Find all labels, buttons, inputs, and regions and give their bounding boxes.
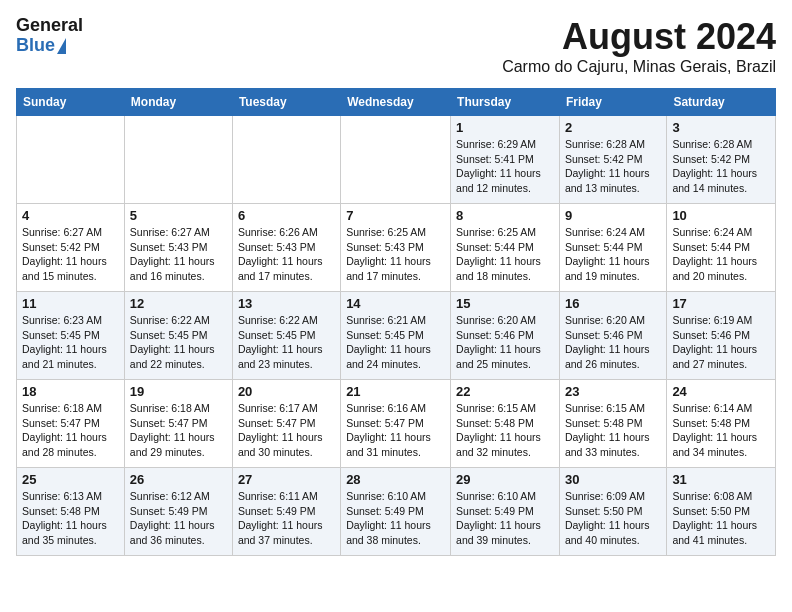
- day-info: Sunrise: 6:11 AM Sunset: 5:49 PM Dayligh…: [238, 489, 335, 548]
- day-info: Sunrise: 6:15 AM Sunset: 5:48 PM Dayligh…: [456, 401, 554, 460]
- calendar-cell: 30Sunrise: 6:09 AM Sunset: 5:50 PM Dayli…: [559, 468, 666, 556]
- day-number: 19: [130, 384, 227, 399]
- day-info: Sunrise: 6:18 AM Sunset: 5:47 PM Dayligh…: [22, 401, 119, 460]
- logo: General Blue: [16, 16, 83, 56]
- calendar-cell: 18Sunrise: 6:18 AM Sunset: 5:47 PM Dayli…: [17, 380, 125, 468]
- day-number: 10: [672, 208, 770, 223]
- calendar-cell: 23Sunrise: 6:15 AM Sunset: 5:48 PM Dayli…: [559, 380, 666, 468]
- calendar-cell: 25Sunrise: 6:13 AM Sunset: 5:48 PM Dayli…: [17, 468, 125, 556]
- day-info: Sunrise: 6:22 AM Sunset: 5:45 PM Dayligh…: [238, 313, 335, 372]
- calendar-cell: 1Sunrise: 6:29 AM Sunset: 5:41 PM Daylig…: [451, 116, 560, 204]
- weekday-header-sunday: Sunday: [17, 89, 125, 116]
- page-header: General Blue August 2024 Carmo do Cajuru…: [16, 16, 776, 76]
- calendar-title: August 2024: [502, 16, 776, 58]
- calendar-cell: 2Sunrise: 6:28 AM Sunset: 5:42 PM Daylig…: [559, 116, 666, 204]
- logo-blue: Blue: [16, 36, 55, 56]
- calendar-cell: 6Sunrise: 6:26 AM Sunset: 5:43 PM Daylig…: [232, 204, 340, 292]
- day-number: 25: [22, 472, 119, 487]
- weekday-header-row: SundayMondayTuesdayWednesdayThursdayFrid…: [17, 89, 776, 116]
- calendar-week-row: 18Sunrise: 6:18 AM Sunset: 5:47 PM Dayli…: [17, 380, 776, 468]
- day-number: 3: [672, 120, 770, 135]
- day-info: Sunrise: 6:21 AM Sunset: 5:45 PM Dayligh…: [346, 313, 445, 372]
- day-info: Sunrise: 6:23 AM Sunset: 5:45 PM Dayligh…: [22, 313, 119, 372]
- day-info: Sunrise: 6:22 AM Sunset: 5:45 PM Dayligh…: [130, 313, 227, 372]
- calendar-cell: [341, 116, 451, 204]
- calendar-subtitle: Carmo do Cajuru, Minas Gerais, Brazil: [502, 58, 776, 76]
- day-number: 2: [565, 120, 661, 135]
- calendar-cell: 4Sunrise: 6:27 AM Sunset: 5:42 PM Daylig…: [17, 204, 125, 292]
- day-info: Sunrise: 6:15 AM Sunset: 5:48 PM Dayligh…: [565, 401, 661, 460]
- day-number: 29: [456, 472, 554, 487]
- day-info: Sunrise: 6:17 AM Sunset: 5:47 PM Dayligh…: [238, 401, 335, 460]
- day-info: Sunrise: 6:20 AM Sunset: 5:46 PM Dayligh…: [456, 313, 554, 372]
- calendar-cell: 21Sunrise: 6:16 AM Sunset: 5:47 PM Dayli…: [341, 380, 451, 468]
- day-number: 21: [346, 384, 445, 399]
- calendar-cell: 14Sunrise: 6:21 AM Sunset: 5:45 PM Dayli…: [341, 292, 451, 380]
- day-info: Sunrise: 6:14 AM Sunset: 5:48 PM Dayligh…: [672, 401, 770, 460]
- day-number: 31: [672, 472, 770, 487]
- day-info: Sunrise: 6:28 AM Sunset: 5:42 PM Dayligh…: [565, 137, 661, 196]
- day-info: Sunrise: 6:24 AM Sunset: 5:44 PM Dayligh…: [565, 225, 661, 284]
- calendar-cell: 22Sunrise: 6:15 AM Sunset: 5:48 PM Dayli…: [451, 380, 560, 468]
- day-number: 28: [346, 472, 445, 487]
- logo-general: General: [16, 16, 83, 36]
- day-info: Sunrise: 6:12 AM Sunset: 5:49 PM Dayligh…: [130, 489, 227, 548]
- day-number: 20: [238, 384, 335, 399]
- calendar-cell: 11Sunrise: 6:23 AM Sunset: 5:45 PM Dayli…: [17, 292, 125, 380]
- day-number: 26: [130, 472, 227, 487]
- day-info: Sunrise: 6:27 AM Sunset: 5:43 PM Dayligh…: [130, 225, 227, 284]
- day-number: 16: [565, 296, 661, 311]
- weekday-header-tuesday: Tuesday: [232, 89, 340, 116]
- day-number: 9: [565, 208, 661, 223]
- day-number: 1: [456, 120, 554, 135]
- day-info: Sunrise: 6:26 AM Sunset: 5:43 PM Dayligh…: [238, 225, 335, 284]
- calendar-cell: 9Sunrise: 6:24 AM Sunset: 5:44 PM Daylig…: [559, 204, 666, 292]
- calendar-cell: 17Sunrise: 6:19 AM Sunset: 5:46 PM Dayli…: [667, 292, 776, 380]
- calendar-table: SundayMondayTuesdayWednesdayThursdayFrid…: [16, 88, 776, 556]
- day-info: Sunrise: 6:29 AM Sunset: 5:41 PM Dayligh…: [456, 137, 554, 196]
- day-number: 6: [238, 208, 335, 223]
- day-info: Sunrise: 6:28 AM Sunset: 5:42 PM Dayligh…: [672, 137, 770, 196]
- day-number: 7: [346, 208, 445, 223]
- day-number: 11: [22, 296, 119, 311]
- calendar-cell: [232, 116, 340, 204]
- day-info: Sunrise: 6:25 AM Sunset: 5:43 PM Dayligh…: [346, 225, 445, 284]
- day-info: Sunrise: 6:09 AM Sunset: 5:50 PM Dayligh…: [565, 489, 661, 548]
- calendar-week-row: 4Sunrise: 6:27 AM Sunset: 5:42 PM Daylig…: [17, 204, 776, 292]
- calendar-cell: 19Sunrise: 6:18 AM Sunset: 5:47 PM Dayli…: [124, 380, 232, 468]
- calendar-week-row: 1Sunrise: 6:29 AM Sunset: 5:41 PM Daylig…: [17, 116, 776, 204]
- day-number: 8: [456, 208, 554, 223]
- calendar-cell: 10Sunrise: 6:24 AM Sunset: 5:44 PM Dayli…: [667, 204, 776, 292]
- calendar-cell: 13Sunrise: 6:22 AM Sunset: 5:45 PM Dayli…: [232, 292, 340, 380]
- weekday-header-friday: Friday: [559, 89, 666, 116]
- day-number: 17: [672, 296, 770, 311]
- weekday-header-wednesday: Wednesday: [341, 89, 451, 116]
- day-info: Sunrise: 6:18 AM Sunset: 5:47 PM Dayligh…: [130, 401, 227, 460]
- calendar-cell: 31Sunrise: 6:08 AM Sunset: 5:50 PM Dayli…: [667, 468, 776, 556]
- day-number: 23: [565, 384, 661, 399]
- day-number: 14: [346, 296, 445, 311]
- day-info: Sunrise: 6:16 AM Sunset: 5:47 PM Dayligh…: [346, 401, 445, 460]
- calendar-cell: 5Sunrise: 6:27 AM Sunset: 5:43 PM Daylig…: [124, 204, 232, 292]
- calendar-cell: 12Sunrise: 6:22 AM Sunset: 5:45 PM Dayli…: [124, 292, 232, 380]
- calendar-cell: 3Sunrise: 6:28 AM Sunset: 5:42 PM Daylig…: [667, 116, 776, 204]
- day-info: Sunrise: 6:08 AM Sunset: 5:50 PM Dayligh…: [672, 489, 770, 548]
- day-info: Sunrise: 6:13 AM Sunset: 5:48 PM Dayligh…: [22, 489, 119, 548]
- day-info: Sunrise: 6:10 AM Sunset: 5:49 PM Dayligh…: [346, 489, 445, 548]
- day-info: Sunrise: 6:25 AM Sunset: 5:44 PM Dayligh…: [456, 225, 554, 284]
- calendar-cell: 7Sunrise: 6:25 AM Sunset: 5:43 PM Daylig…: [341, 204, 451, 292]
- calendar-cell: 15Sunrise: 6:20 AM Sunset: 5:46 PM Dayli…: [451, 292, 560, 380]
- day-number: 30: [565, 472, 661, 487]
- weekday-header-saturday: Saturday: [667, 89, 776, 116]
- day-info: Sunrise: 6:19 AM Sunset: 5:46 PM Dayligh…: [672, 313, 770, 372]
- calendar-week-row: 11Sunrise: 6:23 AM Sunset: 5:45 PM Dayli…: [17, 292, 776, 380]
- day-info: Sunrise: 6:10 AM Sunset: 5:49 PM Dayligh…: [456, 489, 554, 548]
- weekday-header-monday: Monday: [124, 89, 232, 116]
- calendar-cell: [124, 116, 232, 204]
- calendar-cell: 28Sunrise: 6:10 AM Sunset: 5:49 PM Dayli…: [341, 468, 451, 556]
- calendar-week-row: 25Sunrise: 6:13 AM Sunset: 5:48 PM Dayli…: [17, 468, 776, 556]
- calendar-cell: 20Sunrise: 6:17 AM Sunset: 5:47 PM Dayli…: [232, 380, 340, 468]
- calendar-cell: 8Sunrise: 6:25 AM Sunset: 5:44 PM Daylig…: [451, 204, 560, 292]
- day-number: 5: [130, 208, 227, 223]
- calendar-cell: 27Sunrise: 6:11 AM Sunset: 5:49 PM Dayli…: [232, 468, 340, 556]
